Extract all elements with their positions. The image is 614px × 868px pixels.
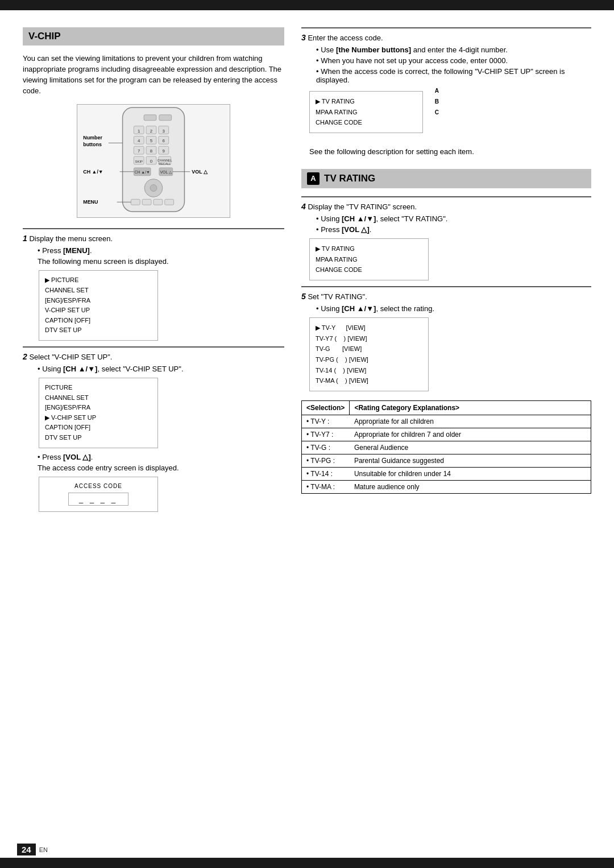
svg-rect-36 [154, 200, 163, 205]
step3-text: Enter the access code. [308, 34, 383, 42]
right-column: 3 Enter the access code. Use [the Number… [301, 27, 591, 518]
tv-rating-badge: A [307, 172, 320, 185]
step5-number: 5 [301, 292, 306, 301]
table-row: • TV-G : General Audience [302, 441, 591, 454]
screen-item: [ENG]/ESP/FRA [45, 296, 152, 306]
step3-footer: See the following description for settin… [309, 147, 591, 158]
svg-text:CH ▲/▼: CH ▲/▼ [83, 169, 103, 175]
svg-point-33 [150, 185, 157, 192]
col2-header: <Rating Category Explanations> [350, 401, 591, 415]
selection-cell: • TV-Y7 : [302, 428, 350, 441]
page-number-area: 24 EN [17, 844, 48, 855]
step4-bullet2: Press [VOL △]. [316, 225, 591, 234]
svg-rect-34 [131, 200, 140, 205]
page: V-CHIP You can set the viewing limitatio… [0, 0, 614, 868]
screen-item: V-CHIP SET UP [45, 305, 152, 316]
screen-item: PICTURE [45, 383, 152, 393]
page-lang: EN [39, 846, 48, 853]
svg-text:0: 0 [150, 159, 153, 164]
screen-item: DTV SET UP [45, 433, 152, 443]
step1-text: Display the menu screen. [29, 234, 113, 243]
screen-item: ▶ PICTURE [45, 275, 152, 286]
step5-heading: 5 Set "TV RATING". [301, 286, 591, 301]
access-code-screen: ACCESS CODE _ _ _ _ [39, 477, 158, 512]
step1-bullet1: Press [MENU]. [38, 246, 284, 255]
step4-number: 4 [301, 202, 306, 211]
side-label-b: B [435, 98, 439, 105]
step3-number: 3 [301, 33, 306, 42]
col1-header: <Selection> [302, 401, 350, 415]
step2-bullet2: Press [VOL △]. [38, 453, 284, 461]
selection-cell: • TV-PG : [302, 454, 350, 468]
step3-heading: 3 Enter the access code. [301, 27, 591, 42]
svg-text:5: 5 [150, 139, 153, 144]
screen-item: TV-MA ( ) [VIEW] [316, 375, 422, 386]
selection-cell: • TV-14 : [302, 468, 350, 481]
step4-heading: 4 Display the "TV RATING" screen. [301, 196, 591, 211]
svg-text:VOL △: VOL △ [160, 170, 173, 174]
tv-rating-heading: A TV RATING [301, 169, 591, 188]
vchip-intro: You can set the viewing limitations to p… [23, 53, 284, 96]
svg-text:2: 2 [150, 129, 152, 134]
explanation-cell: Appropriate for children 7 and older [350, 428, 591, 441]
step2-bullet3: The access code entry screen is displaye… [38, 464, 284, 472]
explanation-cell: Unsuitable for children under 14 [350, 468, 591, 481]
screen-item: MPAA RATING [316, 107, 417, 118]
step1-number: 1 [23, 234, 27, 243]
step2-body: Using [CH ▲/▼], select "V-CHIP SET UP". … [31, 365, 284, 512]
selection-cell: • TV-G : [302, 441, 350, 454]
step4-body: Using [CH ▲/▼], select "TV RATING". Pres… [309, 214, 591, 280]
tv-rating-label: TV RATING [324, 173, 375, 184]
step2-bullet1: Using [CH ▲/▼], select "V-CHIP SET UP". [38, 365, 284, 373]
bottom-bar [0, 858, 614, 868]
screen-item: [ENG]/ESP/FRA [45, 403, 152, 413]
table-row: • TV-PG : Parental Guidance suggested [302, 454, 591, 468]
step3-screen: ▶ TV RATING MPAA RATING CHANGE CODE [309, 91, 423, 133]
step1-heading: 1 Display the menu screen. [23, 228, 284, 243]
step3-bullet3: When the access code is correct, the fol… [316, 67, 591, 84]
svg-text:7: 7 [138, 149, 140, 154]
selection-table: <Selection> <Rating Category Explanation… [301, 400, 591, 494]
screen-item: CAPTION [OFF] [45, 316, 152, 326]
screen-item: TV-14 ( ) [VIEW] [316, 365, 422, 376]
step1-bullet2: The following menu screen is displayed. [38, 257, 284, 266]
step3-bullet1: Use [the Number buttons] and enter the 4… [316, 46, 591, 54]
svg-rect-1 [144, 115, 156, 121]
screen-item: ▶ V-CHIP SET UP [45, 413, 152, 423]
step4-screen: ▶ TV RATING MPAA RATING CHANGE CODE [309, 238, 429, 280]
svg-rect-35 [142, 200, 151, 205]
selection-cell: • TV-Y : [302, 415, 350, 428]
table-row: • TV-14 : Unsuitable for children under … [302, 468, 591, 481]
step2-heading: 2 Select "V-CHIP SET UP". [23, 346, 284, 361]
svg-rect-2 [159, 115, 172, 121]
svg-text:4: 4 [138, 139, 140, 144]
step5-screen: ▶ TV-Y [VIEW] TV-Y7 ( ) [VIEW] TV-G [VIE… [309, 317, 429, 391]
screen-item: TV-G [VIEW] [316, 344, 422, 354]
svg-text:buttons: buttons [83, 142, 102, 148]
step4-bullet1: Using [CH ▲/▼], select "TV RATING". [316, 214, 591, 223]
screen-item: CHANNEL SET [45, 393, 152, 403]
svg-text:SKIP: SKIP [135, 160, 143, 163]
access-code-label: ACCESS CODE [45, 483, 152, 489]
explanation-cell: Parental Guidance suggested [350, 454, 591, 468]
step1-body: Press [MENU]. The following menu screen … [31, 246, 284, 341]
screen-item: CHANGE CODE [316, 264, 422, 275]
side-label-c: C [435, 109, 439, 115]
side-labels: A B C [435, 88, 439, 115]
screen-item: DTV SET UP [45, 325, 152, 336]
screen-item: MPAA RATING [316, 254, 422, 265]
explanation-cell: Mature audience only [350, 481, 591, 494]
step4-text: Display the "TV RATING" screen. [308, 202, 417, 211]
step1-screen: ▶ PICTURE CHANNEL SET [ENG]/ESP/FRA V-CH… [39, 270, 158, 341]
screen-item: ▶ TV-Y [VIEW] [316, 323, 422, 333]
screen-item: CAPTION [OFF] [45, 423, 152, 433]
page-number: 24 [17, 844, 36, 855]
screen-item: ▶ TV RATING [316, 243, 422, 254]
step5-bullet1: Using [CH ▲/▼], select the rating. [316, 304, 591, 313]
svg-text:3: 3 [163, 129, 165, 134]
screen-item: CHANGE CODE [316, 117, 417, 128]
table-row: • TV-MA : Mature audience only [302, 481, 591, 494]
screen-item: TV-PG ( ) [VIEW] [316, 354, 422, 365]
svg-text:6: 6 [163, 139, 165, 144]
side-label-a: A [435, 88, 439, 94]
